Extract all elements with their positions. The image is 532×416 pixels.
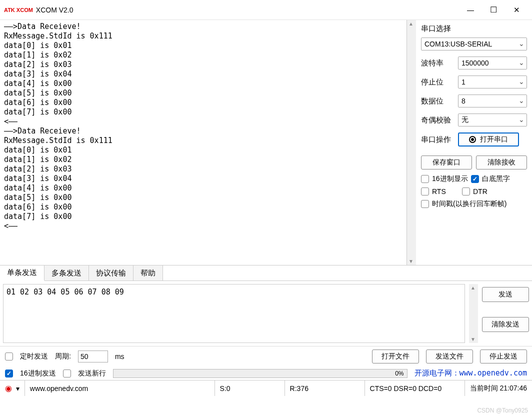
parity-label: 奇偶校验	[421, 116, 454, 125]
status-sent: S:0	[215, 380, 285, 396]
dtr-label: DTR	[473, 188, 488, 196]
open-file-button[interactable]: 打开文件	[372, 350, 419, 364]
databits-select[interactable]: 8	[458, 94, 527, 108]
hex-send-label: 16进制发送	[20, 369, 56, 378]
status-bar: ◉ ▾ www.openedv.com S:0 R:376 CTS=0 DSR=…	[0, 380, 532, 396]
timestamp-checkbox[interactable]	[421, 200, 429, 208]
send-textarea[interactable]: 01 02 03 04 05 06 07 08 09	[3, 284, 465, 343]
tab-multi-send[interactable]: 多条发送	[44, 266, 89, 280]
status-signals: CTS=0 DSR=0 DCD=0	[365, 380, 465, 396]
parity-select[interactable]: 无	[458, 114, 527, 126]
baud-select[interactable]: 1500000	[458, 56, 527, 70]
port-select[interactable]: COM13:USB-SERIAL	[421, 38, 527, 50]
watermark: CSDN @Tony0925	[477, 407, 528, 414]
stop-send-button[interactable]: 停止发送	[480, 350, 527, 364]
receive-area: ——>Data Receieve! RxMessage.StdId is 0x1…	[0, 20, 407, 265]
hex-display-checkbox[interactable]	[421, 175, 429, 183]
stopbits-select[interactable]: 1	[458, 76, 527, 88]
baud-label: 波特率	[421, 58, 454, 68]
ms-label: ms	[115, 352, 124, 360]
receive-scrollbar[interactable]: ▲ ▼	[407, 20, 416, 265]
timestamp-label: 时间戳(以换行回车断帧)	[432, 200, 506, 208]
white-bg-checkbox[interactable]	[471, 175, 479, 183]
open-port-button[interactable]: 打开串口	[458, 132, 519, 146]
databits-label: 数据位	[421, 96, 454, 106]
timed-send-label: 定时发送	[20, 352, 48, 361]
period-input[interactable]	[78, 350, 108, 362]
hex-send-checkbox[interactable]	[5, 370, 13, 378]
side-panel: 串口选择 COM13:USB-SERIAL 波特率1500000 停止位1 数据…	[416, 20, 532, 265]
period-label: 周期:	[55, 352, 71, 361]
progress-bar: 0%	[113, 369, 408, 378]
send-tabs: 单条发送 多条发送 协议传输 帮助	[0, 265, 532, 281]
rts-label: RTS	[432, 188, 459, 196]
send-button[interactable]: 发送	[482, 287, 529, 302]
stopbits-label: 停止位	[421, 78, 454, 87]
hex-display-label: 16进制显示	[432, 174, 468, 184]
tab-protocol[interactable]: 协议传输	[89, 266, 134, 280]
receive-log[interactable]: ——>Data Receieve! RxMessage.StdId is 0x1…	[0, 20, 406, 233]
scroll-down-icon[interactable]: ▼	[408, 258, 414, 264]
scroll-up-icon[interactable]: ▲	[470, 285, 476, 290]
save-window-button[interactable]: 保存窗口	[421, 156, 472, 170]
clear-send-button[interactable]: 清除发送	[482, 317, 529, 332]
status-time: 当前时间 21:07:46	[465, 380, 532, 396]
status-received: R:376	[285, 380, 365, 396]
scroll-up-icon[interactable]: ▲	[408, 21, 414, 26]
maximize-button[interactable]	[482, 2, 505, 18]
send-scrollbar[interactable]: ▲ ▼	[469, 284, 478, 343]
port-select-title: 串口选择	[421, 24, 527, 34]
dropdown-icon[interactable]: ▾	[16, 384, 20, 392]
open-port-label: 打开串口	[480, 135, 508, 144]
window-title: XCOM V2.0	[36, 6, 74, 14]
tab-single-send[interactable]: 单条发送	[0, 266, 44, 281]
minimize-button[interactable]	[459, 2, 482, 18]
openedv-link[interactable]: 开源电子网：www.openedv.com	[414, 368, 527, 378]
app-logo: ATK XCOM	[4, 8, 33, 12]
rts-checkbox[interactable]	[421, 188, 429, 196]
titlebar: ATK XCOM XCOM V2.0	[0, 0, 532, 20]
clear-receive-button[interactable]: 清除接收	[476, 156, 527, 170]
timed-send-checkbox[interactable]	[5, 352, 13, 360]
send-newline-label: 发送新行	[78, 369, 106, 378]
send-newline-checkbox[interactable]	[63, 370, 71, 378]
close-button[interactable]	[505, 2, 528, 18]
send-file-button[interactable]: 发送文件	[426, 350, 473, 364]
tab-help[interactable]: 帮助	[134, 266, 163, 280]
status-url[interactable]: www.openedv.com	[25, 380, 215, 396]
port-op-label: 串口操作	[421, 135, 454, 144]
dtr-checkbox[interactable]	[462, 188, 470, 196]
status-icon[interactable]: ◉	[5, 384, 12, 393]
scroll-down-icon[interactable]: ▼	[470, 336, 476, 342]
white-bg-label: 白底黑字	[482, 174, 510, 184]
record-icon	[469, 136, 476, 143]
